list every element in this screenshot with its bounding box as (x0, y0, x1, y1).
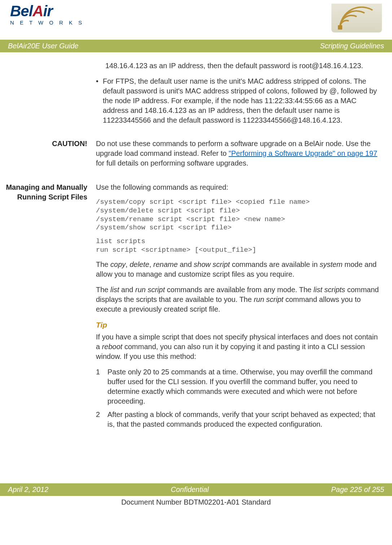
para-list-commands: The list and run script commands are ava… (96, 285, 379, 314)
footer-confidential: Confidential (171, 485, 209, 494)
section-lead: Use the following commands as required: (96, 183, 379, 192)
logo-subtext: N E T W O R K S (10, 19, 84, 26)
tip-heading: Tip (96, 320, 379, 330)
footer-page: Page 225 of 255 (331, 485, 384, 494)
ftps-bullet: For FTPS, the default user name is the u… (103, 76, 379, 125)
para-copy-commands: The copy, delete, rename and show script… (96, 260, 379, 279)
tip-paragraph: If you have a simple script that does no… (96, 332, 379, 361)
document-number: Document Number BDTM02201-A01 Standard (0, 496, 392, 508)
header: BelAir N E T W O R K S (0, 0, 392, 32)
caution-label: CAUTION! (4, 139, 87, 174)
footer-bar: April 2, 2012 Confidential Page 225 of 2… (0, 483, 392, 496)
logo: BelAir N E T W O R K S (10, 4, 84, 26)
footer-date: April 2, 2012 (8, 485, 48, 494)
section-label: Managing and Manually Running Script Fil… (4, 183, 87, 433)
software-upgrade-link[interactable]: "Performing a Software Upgrade" on page … (229, 149, 377, 157)
step-1: 1 Paste only 20 to 25 commands at a time… (96, 367, 379, 406)
content: 148.16.4.123 as an IP address, then the … (0, 52, 392, 454)
caution-text: Do not use these commands to perform a s… (96, 139, 379, 174)
step-2: 2 After pasting a block of commands, ver… (96, 410, 379, 429)
code-block-1: /system/copy script <script file> <copie… (96, 198, 379, 232)
guide-title: BelAir20E User Guide (8, 42, 79, 50)
bullet-dot: • (96, 76, 98, 125)
section-title: Scripting Guidelines (320, 42, 384, 50)
svg-rect-0 (338, 25, 342, 30)
intro-paragraph: 148.16.4.123 as an IP address, then the … (96, 61, 379, 71)
wave-icon (331, 4, 382, 32)
title-bar: BelAir20E User Guide Scripting Guideline… (0, 40, 392, 52)
code-block-2: list scripts run script <scriptname> [<o… (96, 237, 379, 255)
logo-wordmark: BelAir (10, 4, 84, 19)
